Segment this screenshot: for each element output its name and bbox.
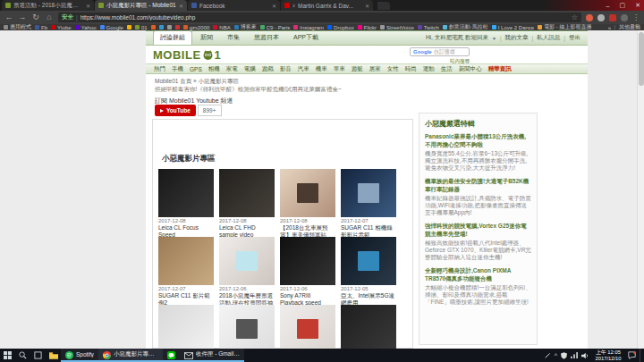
bookmark-item[interactable]: Instagram [293,25,324,30]
browser-tab[interactable]: ♪Martin Garrix & Dav...✕ [281,0,373,11]
file-explorer-button[interactable] [46,349,61,362]
user-greeting[interactable]: Hi, 文科肥宅死 歡迎回來 [426,34,488,42]
taskbar-clock[interactable]: 上午 12:05 2017/12/10 [592,349,624,361]
category-link[interactable]: 單車 [334,65,345,73]
tab-close-icon[interactable]: ✕ [86,3,90,9]
category-link[interactable]: 新聞中心 [459,65,482,73]
browser-menu-icon[interactable]: ⋮ [632,13,640,21]
bookmark-item[interactable]: I Love 2 Dance [492,25,534,30]
browser-tab[interactable]: 票選活動 - 2018小惡魔年曆✕ [2,0,94,11]
close-icon[interactable]: ✕ [635,2,640,9]
profile-avatar-icon[interactable] [621,14,628,21]
video-thumbnail[interactable] [280,305,335,349]
video-title[interactable]: 亞太、Intel展示5G連網應用 [341,292,396,305]
site-nav-item[interactable]: 新聞 [194,31,219,45]
bookmark-item[interactable]: StreetVoice [380,25,414,30]
new-tab-button[interactable] [377,2,390,10]
user-link[interactable]: 私人訊息 [537,34,560,42]
video-item[interactable]: 2017-12-07SUGAR C11 相機錄影影片示範 [341,169,396,237]
site-nav-item[interactable]: 悠遊日本 [248,31,285,45]
bookmark-item[interactable]: Dropbox [327,25,354,30]
video-title[interactable]: 2018小惡魔年曆票選活動,現在投票問答抽好禮! [219,292,275,305]
maximize-icon[interactable]: ▢ [620,2,626,9]
bookmark-item[interactable] [159,25,164,29]
video-item-partial[interactable] [219,305,275,349]
category-link[interactable]: 時尚 [405,65,417,73]
taskbar-app-mail[interactable]: 收件匣 - Gmail - 郵... [180,349,244,362]
bookmark-star-icon[interactable]: ☆ [572,13,578,21]
sidebar-article-title[interactable]: Panasonic業界最小體積13公斤洗衣機,不用再擔心空間不夠啦 [425,133,531,148]
start-button[interactable] [0,349,15,362]
browser-tab[interactable]: Facebook✕ [188,0,280,11]
video-item[interactable]: 2017-12-08Leica CL FHD sample video [219,169,275,237]
site-nav-item[interactable]: 討論群組 [153,30,192,45]
category-link[interactable]: 電腦 [244,65,256,73]
category-link[interactable]: 手機 [172,65,183,73]
bookmark-item[interactable]: 博客來 [234,24,257,30]
video-title[interactable]: Leica CL FHD sample video [219,224,275,237]
sidebar-article-title[interactable]: 機車族的最佳安全防護!大通電子B52K機車行車記錄器 [425,178,531,193]
pen-icon[interactable] [545,352,551,358]
breadcrumb[interactable]: Mobile01 首頁 » 小惡魔影片專區 [155,78,239,86]
video-item[interactable]: 2017-12-062018小惡魔年曆票選活動,現在投票問答抽好禮! [219,237,275,305]
sidebar-article-title[interactable]: 全新輕巧機身設計,Canon PIXMA TR8570傳真多功能複合機 [425,267,531,282]
category-link[interactable]: GPS [190,66,202,72]
user-link[interactable]: 我的文章 [505,34,529,42]
video-thumbnail[interactable] [341,169,396,217]
video-title[interactable]: SUGAR C11 影片範例2 [158,292,214,305]
category-link-highlight[interactable]: 精華資訊 [488,65,512,73]
video-thumbnail[interactable] [219,169,275,217]
bookmark-item[interactable]: Fb [35,25,47,30]
video-item[interactable]: 2017-12-07SUGAR C11 影片範例2 [158,237,214,305]
category-link[interactable]: 女性 [387,65,399,73]
extension-icon-2[interactable] [597,14,605,21]
bookmark-item[interactable] [175,25,180,29]
bookmark-item[interactable]: C9 - Paris [260,25,291,30]
bookmark-item[interactable]: 電影 - 線上影視直播 [538,24,591,30]
taskbar-app-line[interactable] [163,349,180,362]
back-icon[interactable]: ← [4,13,13,21]
bookmark-item[interactable] [151,25,156,29]
forward-icon[interactable]: → [18,13,27,21]
video-item[interactable]: 2017-12-08Leica CL Focus Speed [158,169,214,237]
other-bookmarks-button[interactable]: 其他書籤 [619,24,640,30]
youtube-subscribe-button[interactable]: YouTube [155,105,196,116]
bookmark-item[interactable]: 應用程式 [4,24,31,30]
chevron-down-icon[interactable]: ▼ [492,36,496,41]
volume-icon[interactable] [581,352,589,359]
tab-close-icon[interactable]: ✕ [272,3,276,9]
bookmark-item[interactable]: Twitch [418,25,439,30]
video-thumbnail[interactable] [280,237,335,285]
video-title[interactable]: 【2018台北車展預賞】車美儀領軍站台!FORD勁爆車款搶先看 [280,224,335,237]
browser-tab[interactable]: 小惡魔影片專區 - Mobile01✕ [95,0,187,11]
video-item-partial[interactable] [280,305,335,349]
bookmarks-overflow-icon[interactable]: » [608,25,611,30]
bookmark-item[interactable]: NBA [213,25,230,30]
bookmark-item[interactable]: Google [100,25,123,30]
notification-center-icon[interactable] [628,351,636,359]
bookmark-item[interactable]: Yahoo [75,25,97,30]
bookmark-item[interactable] [167,25,172,29]
category-link[interactable]: 遊艇 [352,65,363,73]
video-thumbnail[interactable] [341,305,396,349]
taskbar-search-button[interactable] [15,349,30,362]
video-thumbnail[interactable] [341,237,396,285]
video-title[interactable]: Sony A7RIII Playback speed [280,292,335,305]
category-link[interactable]: 影音 [280,65,292,73]
tab-close-icon[interactable]: ✕ [179,3,183,9]
taskbar-app-spotify[interactable]: Spotify [61,349,98,362]
taskbar-app-chrome[interactable]: 小惡魔影片專區 - ... [98,349,163,362]
bookmark-item[interactable]: Flickr [358,25,377,30]
video-title[interactable]: Leica CL Focus Speed [158,224,214,237]
category-link[interactable]: 運動 [423,65,435,73]
extension-icon-1[interactable] [586,14,593,21]
sidebar-article-title[interactable]: 強悍科技的競技電腦,Vortex G25迷你電競主機率先登場! [425,223,531,238]
mobile01-logo[interactable]: MOBILE 1 [153,48,221,62]
site-nav-item[interactable]: 市集 [221,31,246,45]
promo-notice[interactable]: 拒絕甲醛毒害你!《得利抗甲醛》檢測你家甲醛危機!試用再送萊爾富禮金~ [155,86,342,94]
video-thumbnail[interactable] [280,169,335,217]
video-thumbnail[interactable] [219,305,275,349]
video-item[interactable]: 2017-12-06Sony A7RIII Playback speed [280,237,335,305]
minimize-icon[interactable]: – [606,3,610,9]
category-link[interactable]: 生活 [441,65,453,73]
